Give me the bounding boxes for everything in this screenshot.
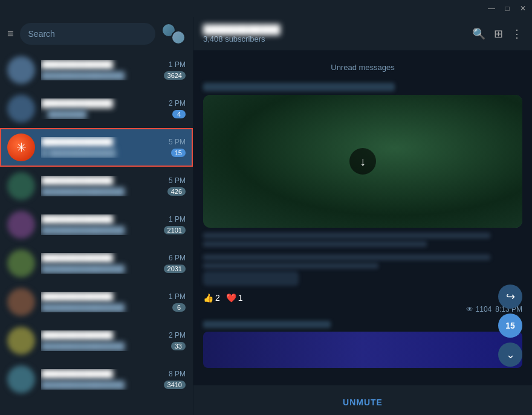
reaction-count: 1 — [238, 293, 243, 303]
chat-meta: 1 PM 6 — [169, 292, 186, 312]
message-block-3: 👍 2 ❤️ 1 👁 1104 — [203, 293, 522, 314]
chat-info: ████████████ ███████████████ — [41, 369, 164, 390]
chat-meta: 2 PM 4 — [169, 99, 186, 118]
unread-divider: Unread messages — [203, 60, 522, 74]
chat-meta: 8 PM 3410 — [164, 370, 186, 389]
unread-badge: 2101 — [164, 226, 186, 234]
message-text — [203, 254, 490, 260]
menu-icon[interactable]: ≡ — [7, 28, 14, 40]
chat-info: ████████████ ███████████████ — [41, 214, 164, 235]
minimize-button[interactable]: — — [487, 4, 496, 13]
message-block-2 — [203, 254, 522, 286]
close-button[interactable]: ✕ — [519, 4, 527, 13]
message-text — [203, 263, 378, 269]
chat-item-8[interactable]: ████████████ ███████████████ 2 PM 33 — [0, 321, 193, 360]
chat-info: ████████████ ███████████████ — [41, 176, 167, 196]
search-box[interactable] — [20, 23, 155, 45]
avatar — [7, 172, 35, 200]
unread-badge: 4 — [172, 110, 186, 118]
chat-meta: 5 PM 426 — [167, 176, 186, 196]
chat-item-2[interactable]: ████████████ .. ███████ 2 PM 4 — [0, 89, 193, 128]
chat-item-1[interactable]: ████████████ ███████████████ 1 PM 3624 — [0, 51, 193, 89]
message-text — [203, 233, 490, 239]
chat-item-4[interactable]: ████████████ ███████████████ 5 PM 426 — [0, 167, 193, 205]
unmute-button[interactable]: UNMUTE — [343, 397, 383, 407]
chat-name: ████████████ — [41, 60, 164, 69]
chat-meta: 2 PM 33 — [169, 331, 186, 350]
scroll-badge-button[interactable]: 15 — [498, 314, 522, 338]
columns-icon[interactable]: ⊞ — [494, 27, 503, 40]
chat-name: ████████████ — [41, 253, 164, 263]
chat-item-5[interactable]: ████████████ ███████████████ 1 PM 2101 — [0, 205, 193, 244]
unread-badge: 2031 — [164, 265, 186, 273]
reaction-count: 2 — [215, 293, 220, 303]
unread-badge: 6 — [172, 303, 186, 312]
chat-name: ████████████ — [41, 369, 164, 379]
maximize-button[interactable]: □ — [503, 4, 511, 13]
title-bar: — □ ✕ — [0, 0, 532, 17]
chat-item-6[interactable]: ████████████ ███████████████ 6 PM 2031 — [0, 244, 193, 283]
unread-badge: 15 — [171, 149, 186, 157]
chat-time: 1 PM — [169, 292, 186, 301]
avatar: ✳ — [7, 134, 35, 161]
chat-time: 5 PM — [169, 176, 186, 185]
chat-item-9[interactable]: ████████████ ███████████████ 8 PM 3410 — [0, 360, 193, 399]
chat-name: ████████████ — [41, 214, 164, 224]
chat-preview: ███████████████ — [41, 303, 169, 312]
unread-badge: 426 — [167, 187, 186, 196]
video-message[interactable]: ↓ — [203, 95, 522, 228]
avatar-group[interactable] — [161, 23, 186, 45]
chat-time: 6 PM — [169, 254, 186, 262]
chat-info: ████████████ ███████████████ — [41, 330, 169, 351]
chat-meta: 5 PM 15 — [169, 138, 186, 157]
more-icon[interactable]: ⋮ — [511, 27, 522, 40]
chat-info: ████████████ █ ████████████ — [41, 137, 169, 158]
chat-name: ████████████ — [41, 176, 167, 185]
chat-item-7[interactable]: ████████████ ███████████████ 1 PM 6 — [0, 283, 193, 321]
avatar — [7, 56, 35, 84]
chat-preview: ███████████████ — [41, 71, 164, 80]
play-button[interactable]: ↓ — [349, 148, 376, 175]
unread-badge: 3624 — [164, 71, 186, 80]
messages-area[interactable]: Unread messages ↓ — [193, 51, 532, 385]
reaction-heart[interactable]: ❤️ 1 — [226, 293, 243, 303]
chat-name: ████████████ — [41, 137, 169, 147]
unread-badge: 3410 — [164, 381, 186, 389]
chat-info: ████████████ ███████████████ — [41, 292, 169, 312]
chat-meta: 6 PM 2031 — [164, 254, 186, 273]
search-icon[interactable]: 🔍 — [472, 27, 485, 40]
chat-preview: ███████████████ — [41, 381, 164, 390]
view-count: 👁 1104 — [466, 305, 492, 314]
channel-name: ████████████ — [203, 24, 472, 34]
chat-time: 5 PM — [169, 138, 186, 146]
chat-header: ████████████ 3,408 subscribers 🔍 ⊞ ⋮ — [193, 17, 532, 51]
chat-name: ████████████ — [41, 330, 169, 340]
message-sender — [203, 83, 395, 91]
chat-item-3[interactable]: ✳ ████████████ █ ████████████ 5 PM 15 — [0, 128, 193, 167]
scroll-down-button[interactable]: ⌄ — [498, 343, 522, 367]
message-text — [203, 241, 427, 247]
unread-badge: 33 — [171, 342, 186, 350]
search-input[interactable] — [28, 29, 147, 39]
avatar — [7, 211, 35, 239]
app-container: — □ ✕ ≡ — [0, 0, 532, 415]
thumbs-up-emoji: 👍 — [203, 293, 213, 303]
chat-info: ████████████ ███████████████ — [41, 60, 164, 80]
chat-header-info: ████████████ 3,408 subscribers — [203, 24, 472, 43]
subscriber-count: 3,408 subscribers — [203, 34, 472, 43]
next-sender — [203, 321, 331, 328]
avatar-2 — [171, 30, 186, 45]
chat-header-actions: 🔍 ⊞ ⋮ — [472, 27, 522, 40]
heart-emoji: ❤️ — [226, 293, 236, 303]
message-reactions: 👍 2 ❤️ 1 — [203, 293, 522, 303]
chat-preview: ███████████████ — [41, 226, 164, 235]
share-button[interactable]: ↪ — [498, 285, 522, 309]
chat-preview: ███████████████ — [41, 187, 167, 196]
chat-list: ████████████ ███████████████ 1 PM 3624 █… — [0, 51, 193, 415]
avatar — [7, 95, 35, 123]
chat-time: 8 PM — [169, 370, 186, 378]
chat-panel-wrapper: ████████████ 3,408 subscribers 🔍 ⊞ ⋮ Unr… — [193, 17, 532, 415]
reaction-thumbs[interactable]: 👍 2 — [203, 293, 220, 303]
next-message — [203, 321, 522, 368]
float-buttons: ↪ 15 ⌄ — [498, 285, 522, 367]
